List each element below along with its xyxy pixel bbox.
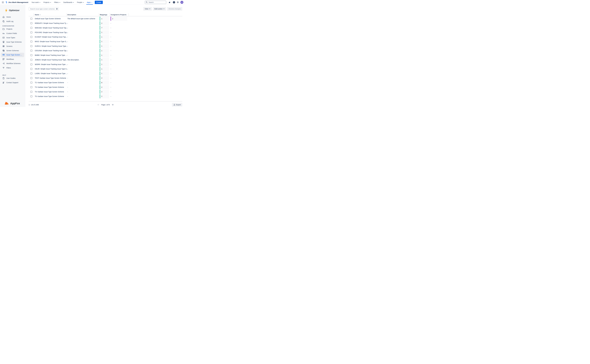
mappings-cell: 2 <box>100 85 109 89</box>
product-brand[interactable]: Jira Work Management <box>6 1 28 3</box>
row-checkbox[interactable] <box>30 27 32 29</box>
app-switcher-button[interactable] <box>1 1 5 4</box>
sidebar-item-issue-types[interactable]: Issue Types <box>1 35 24 40</box>
row-checkbox[interactable] <box>30 36 32 38</box>
row-checkbox[interactable] <box>30 91 32 93</box>
mappings-cell-value: 1 <box>100 68 102 70</box>
text-Aa-icon: Aa <box>2 32 5 35</box>
sidebar-item-user-guides[interactable]: User Guides <box>1 76 24 80</box>
sidebar-nav: Home Audit Log CONFIGURATION <box>0 15 25 85</box>
user-avatar[interactable]: JR <box>180 1 183 4</box>
notifications-button[interactable] <box>168 1 171 4</box>
settings-gear-icon[interactable]: ⚙ <box>177 1 179 3</box>
scheme-search-input[interactable] <box>29 7 59 11</box>
row-checkbox[interactable] <box>30 45 32 47</box>
row-checkbox[interactable] <box>30 77 32 79</box>
table-row[interactable]: KUVAST: Simple Issue Tracking Issue Typ.… <box>29 35 182 39</box>
row-checkbox[interactable] <box>30 86 32 88</box>
create-button[interactable]: Create <box>95 1 103 4</box>
table-row[interactable]: MIVD: Simple Issue Tracking Issue Type S… <box>29 39 182 44</box>
export-button[interactable]: Export <box>172 103 182 106</box>
nav-people[interactable]: People <box>75 0 85 5</box>
table-row[interactable]: WARJAD: Simple Issue Tracking Issue Typ.… <box>29 26 182 30</box>
nav-dashboards[interactable]: Dashboards <box>62 0 76 5</box>
mappings-cell-value: 1 <box>100 50 102 52</box>
row-checkbox[interactable] <box>30 18 32 20</box>
export-upload-icon <box>173 104 175 106</box>
scheme-search: × <box>29 7 59 11</box>
row-checkbox[interactable] <box>30 95 32 97</box>
row-description: - <box>67 32 68 33</box>
pagination: Page 1 of 6 <box>98 104 113 106</box>
sidebar-item-screen-schemes[interactable]: Screen Schemes <box>1 48 24 53</box>
row-name: TEST: Kanban Issue Type Screen Scheme <box>35 77 66 79</box>
row-checkbox[interactable] <box>30 72 32 74</box>
row-description: - <box>67 64 68 65</box>
sidebar-item-custom-fields[interactable]: Aa Custom Fields <box>1 31 24 36</box>
assigned-cell-value: 2 <box>111 18 113 20</box>
sidebar-item-screens[interactable]: Screens <box>1 44 24 48</box>
bulk-action-button[interactable]: Bulk action <box>153 7 166 11</box>
table-row[interactable]: HURVU: Simple Issue Tracking Issue Type.… <box>29 44 182 48</box>
filter-funnel-icon <box>2 67 5 69</box>
sidebar-item-projects[interactable]: Projects <box>1 27 24 31</box>
row-description: - <box>67 50 68 52</box>
table-row[interactable]: Default Issue Type Screen Scheme The def… <box>29 16 182 21</box>
workflow-nodes-icon <box>2 58 5 60</box>
clear-search-icon[interactable]: × <box>56 8 58 10</box>
table-row[interactable]: LAJBU: Simple Issue Tracking Issue Type … <box>29 71 182 76</box>
nav-your-work[interactable]: Your work <box>30 0 42 5</box>
table-row[interactable]: CESIJNA: Simple Issue Tracking Issue Typ… <box>29 48 182 53</box>
nav-apps[interactable]: Apps <box>85 0 94 5</box>
sidebar-item-workflows[interactable]: Workflows <box>1 57 24 61</box>
table-row[interactable]: BABM: Simple Issue Tracking Issue Type .… <box>29 53 182 58</box>
view-button[interactable]: View <box>143 7 152 11</box>
table-row[interactable]: T5: Kanban Issue Type Screen Scheme - 2 … <box>29 94 182 99</box>
assigned-cell-value: - <box>111 22 111 24</box>
jira-optimizer-app: Jira Work Management Your work Projects … <box>0 0 185 107</box>
assigned-cell-value: - <box>111 95 111 97</box>
mappings-cell: 1 <box>100 30 109 34</box>
sidebar-item-filters[interactable]: Filters <box>1 66 24 70</box>
sidebar-item-issue-type-screen-schemes[interactable]: Issue Type Screen Sch... <box>1 53 24 57</box>
row-checkbox[interactable] <box>30 22 32 24</box>
table-row[interactable]: JOIBZA: Simple Issue Tracking Issue Type… <box>29 58 182 62</box>
mappings-cell: 1 <box>100 58 109 62</box>
table-body: Default Issue Type Screen Scheme The def… <box>29 16 182 99</box>
column-separator <box>34 13 34 16</box>
table-row[interactable]: T3: Kanban Issue Type Screen Scheme - 2 … <box>29 85 182 90</box>
row-checkbox[interactable] <box>30 82 32 84</box>
screen-check-icon <box>2 41 5 43</box>
sidebar-item-contact-support[interactable]: Contact Support <box>1 80 24 85</box>
table-row[interactable]: WORR: Simple Issue Tracking Issue Type .… <box>29 62 182 67</box>
sidebar-item-home[interactable]: Home <box>1 15 24 19</box>
row-checkbox[interactable] <box>30 50 32 52</box>
assigned-cell: - <box>111 77 111 79</box>
column-header-name[interactable]: Name <box>35 14 41 16</box>
nav-filters[interactable]: Filters <box>53 0 62 5</box>
help-icon[interactable]: ? <box>173 1 175 3</box>
row-description: The default issue type screen scheme <box>67 18 95 20</box>
global-search-input[interactable] <box>145 1 166 4</box>
sidebar-item-workflow-schemes[interactable]: Workflow Schemes <box>1 61 24 66</box>
row-description: - <box>67 86 68 88</box>
table-row[interactable]: T4: Kanban Issue Type Screen Scheme - 2 … <box>29 90 182 94</box>
checkbox-icon <box>2 36 5 39</box>
row-checkbox[interactable] <box>30 41 32 42</box>
sidebar-item-audit-log[interactable]: Audit Log <box>1 19 24 24</box>
row-checkbox[interactable] <box>30 64 32 65</box>
table-row[interactable]: POVURO: Simple Issue Tracking Issue Typ.… <box>29 30 182 35</box>
sidebar-item-issue-type-schemes[interactable]: Issue Type Schemes <box>1 40 24 44</box>
table-row[interactable]: HAUR: Simple Issue Tracking Issue Type S… <box>29 67 182 71</box>
next-page-arrow-icon[interactable] <box>112 104 113 106</box>
nav-projects[interactable]: Projects <box>42 0 53 5</box>
table-row[interactable]: T2: Kanban Issue Type Screen Scheme - 6 … <box>29 80 182 85</box>
row-checkbox[interactable] <box>30 32 32 33</box>
assigned-cell-value: - <box>111 36 111 38</box>
row-checkbox[interactable] <box>30 54 32 56</box>
table-row[interactable]: TEST: Kanban Issue Type Screen Scheme - … <box>29 76 182 80</box>
row-checkbox[interactable] <box>30 68 32 70</box>
table-row[interactable]: REBDATV: Simple Issue Tracking Issue Ty.… <box>29 21 182 26</box>
page-indicator: Page 1 of 6 <box>101 104 110 106</box>
row-checkbox[interactable] <box>30 59 32 61</box>
